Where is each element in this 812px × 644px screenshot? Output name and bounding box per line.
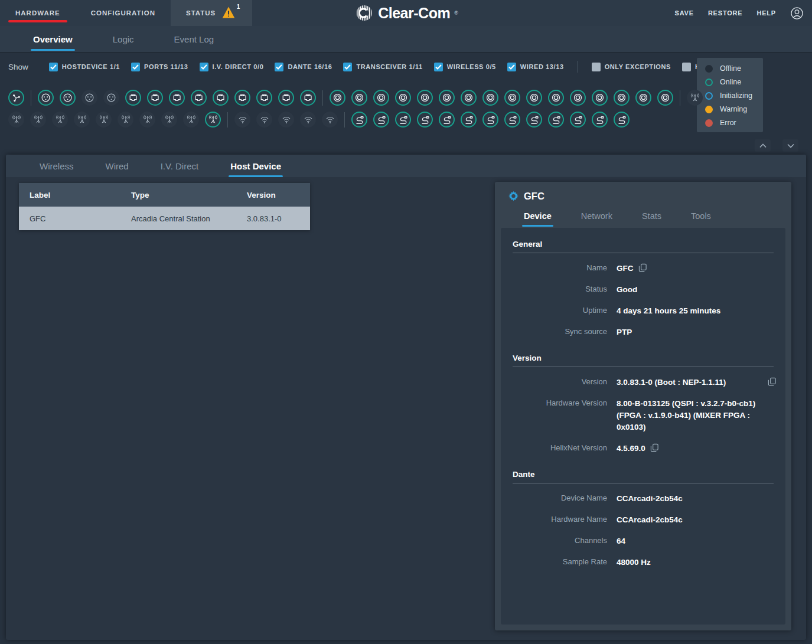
dante-device-icon[interactable] bbox=[482, 90, 498, 106]
ethernet-port-device-icon[interactable] bbox=[169, 90, 185, 106]
socket-port-device-icon[interactable] bbox=[38, 90, 54, 106]
wireless-device-icon[interactable] bbox=[278, 112, 294, 128]
dante-device-icon[interactable] bbox=[417, 90, 433, 106]
copy-icon[interactable] bbox=[768, 377, 777, 386]
transceiver-device-icon[interactable] bbox=[118, 112, 133, 128]
transceiver-device-icon[interactable] bbox=[96, 112, 112, 128]
filter-ports-11-13[interactable]: PORTS 11/13 bbox=[131, 63, 188, 71]
transceiver-device-icon[interactable] bbox=[30, 112, 46, 128]
checked-checkbox-icon[interactable] bbox=[49, 63, 58, 71]
dante-device-icon[interactable] bbox=[461, 90, 477, 106]
ethernet-port-device-icon[interactable] bbox=[234, 90, 250, 106]
dante-device-icon[interactable] bbox=[504, 90, 520, 106]
wired-device-icon[interactable] bbox=[614, 112, 630, 128]
transceiver-device-icon[interactable] bbox=[687, 90, 703, 106]
filter-only-exceptions[interactable]: ONLY EXCEPTIONS bbox=[592, 63, 671, 71]
dante-device-icon[interactable] bbox=[439, 90, 455, 106]
nav-configuration[interactable]: CONFIGURATION bbox=[76, 0, 171, 26]
wired-device-icon[interactable] bbox=[592, 112, 608, 128]
ethernet-port-device-icon[interactable] bbox=[147, 90, 163, 106]
copy-icon[interactable] bbox=[650, 443, 659, 452]
panel-tab-wired[interactable]: Wired bbox=[90, 155, 145, 177]
dante-device-icon[interactable] bbox=[657, 90, 673, 106]
transceiver-device-icon[interactable] bbox=[8, 112, 24, 128]
checked-checkbox-icon[interactable] bbox=[507, 63, 516, 71]
dante-device-icon[interactable] bbox=[635, 90, 651, 106]
detail-tab-device[interactable]: Device bbox=[509, 204, 566, 228]
wired-device-icon[interactable] bbox=[395, 112, 411, 128]
ethernet-port-device-icon[interactable] bbox=[300, 90, 316, 106]
checked-checkbox-icon[interactable] bbox=[200, 63, 208, 71]
ethernet-port-device-icon[interactable] bbox=[191, 90, 207, 106]
nav-hardware[interactable]: HARDWARE bbox=[0, 0, 76, 26]
ethernet-port-device-icon[interactable] bbox=[125, 90, 141, 106]
ethernet-port-device-icon[interactable] bbox=[278, 90, 294, 106]
panel-tab-host-device[interactable]: Host Device bbox=[214, 155, 297, 177]
wireless-device-icon[interactable] bbox=[256, 112, 272, 128]
subnav-tab-overview[interactable]: Overview bbox=[13, 26, 93, 52]
dante-device-icon[interactable] bbox=[548, 90, 564, 106]
dante-device-icon[interactable] bbox=[330, 90, 345, 106]
subnav-tab-logic[interactable]: Logic bbox=[93, 26, 154, 52]
checked-checkbox-icon[interactable] bbox=[343, 63, 352, 71]
ethernet-port-device-icon[interactable] bbox=[213, 90, 229, 106]
collapse-up-button[interactable] bbox=[755, 139, 771, 152]
column-header-type[interactable]: Type bbox=[120, 183, 236, 207]
filter-wired-13-13[interactable]: WIRED 13/13 bbox=[507, 63, 564, 71]
filter-hostdevice-1-1[interactable]: HOSTDEVICE 1/1 bbox=[49, 63, 120, 71]
wired-device-icon[interactable] bbox=[570, 112, 586, 128]
collapse-down-button[interactable] bbox=[782, 139, 798, 152]
wired-device-icon[interactable] bbox=[482, 112, 498, 128]
nav-status[interactable]: STATUS 1 bbox=[171, 0, 252, 26]
wireless-device-icon[interactable] bbox=[234, 112, 250, 128]
column-header-version[interactable]: Version bbox=[236, 183, 310, 207]
wired-device-icon[interactable] bbox=[373, 112, 389, 128]
dante-device-icon[interactable] bbox=[526, 90, 542, 106]
table-row[interactable]: GFCArcadia Central Station3.0.83.1-0 bbox=[19, 207, 310, 230]
transceiver-device-icon[interactable] bbox=[74, 112, 90, 128]
wired-device-icon[interactable] bbox=[417, 112, 433, 128]
filter-wireless-0-5[interactable]: WIRELESS 0/5 bbox=[434, 63, 496, 71]
socket-port-device-icon[interactable] bbox=[81, 90, 97, 106]
hostdevice-device-icon[interactable] bbox=[8, 90, 24, 106]
restore-button[interactable]: RESTORE bbox=[708, 9, 743, 17]
wired-device-icon[interactable] bbox=[526, 112, 542, 128]
detail-tab-stats[interactable]: Stats bbox=[627, 204, 676, 228]
user-account-icon[interactable] bbox=[790, 6, 804, 20]
transceiver-device-icon[interactable] bbox=[52, 112, 68, 128]
unchecked-checkbox-icon[interactable] bbox=[682, 63, 691, 71]
wireless-device-icon[interactable] bbox=[322, 112, 338, 128]
dante-device-icon[interactable] bbox=[373, 90, 389, 106]
transceiver-device-icon[interactable] bbox=[161, 112, 177, 128]
panel-tab-wireless[interactable]: Wireless bbox=[24, 155, 90, 177]
transceiver-device-icon[interactable] bbox=[183, 112, 199, 128]
wired-device-icon[interactable] bbox=[439, 112, 455, 128]
filter-i-v-direct-0-0[interactable]: I.V. DIRECT 0/0 bbox=[200, 63, 264, 71]
wireless-device-icon[interactable] bbox=[300, 112, 316, 128]
subnav-tab-event-log[interactable]: Event Log bbox=[154, 26, 234, 52]
wired-device-icon[interactable] bbox=[461, 112, 477, 128]
dante-device-icon[interactable] bbox=[570, 90, 586, 106]
filter-dante-16-16[interactable]: DANTE 16/16 bbox=[275, 63, 332, 71]
dante-device-icon[interactable] bbox=[592, 90, 608, 106]
column-header-label[interactable]: Label bbox=[19, 183, 120, 207]
ethernet-port-device-icon[interactable] bbox=[256, 90, 272, 106]
detail-tab-network[interactable]: Network bbox=[566, 204, 627, 228]
dante-device-icon[interactable] bbox=[614, 90, 630, 106]
filter-transceiver-1-11[interactable]: TRANSCEIVER 1/11 bbox=[343, 63, 422, 71]
panel-tab-i-v-direct[interactable]: I.V. Direct bbox=[145, 155, 214, 177]
gear-icon[interactable] bbox=[508, 191, 519, 202]
wired-device-icon[interactable] bbox=[504, 112, 520, 128]
unchecked-checkbox-icon[interactable] bbox=[592, 63, 601, 71]
dante-device-icon[interactable] bbox=[395, 90, 411, 106]
checked-checkbox-icon[interactable] bbox=[434, 63, 443, 71]
checked-checkbox-icon[interactable] bbox=[275, 63, 283, 71]
wired-device-icon[interactable] bbox=[351, 112, 367, 128]
save-button[interactable]: SAVE bbox=[675, 9, 694, 17]
socket-port-device-icon[interactable] bbox=[60, 90, 76, 106]
copy-icon[interactable] bbox=[638, 263, 647, 272]
detail-tab-tools[interactable]: Tools bbox=[676, 204, 726, 228]
socket-port-device-icon[interactable] bbox=[103, 90, 119, 106]
dante-device-icon[interactable] bbox=[351, 90, 367, 106]
wired-device-icon[interactable] bbox=[548, 112, 564, 128]
